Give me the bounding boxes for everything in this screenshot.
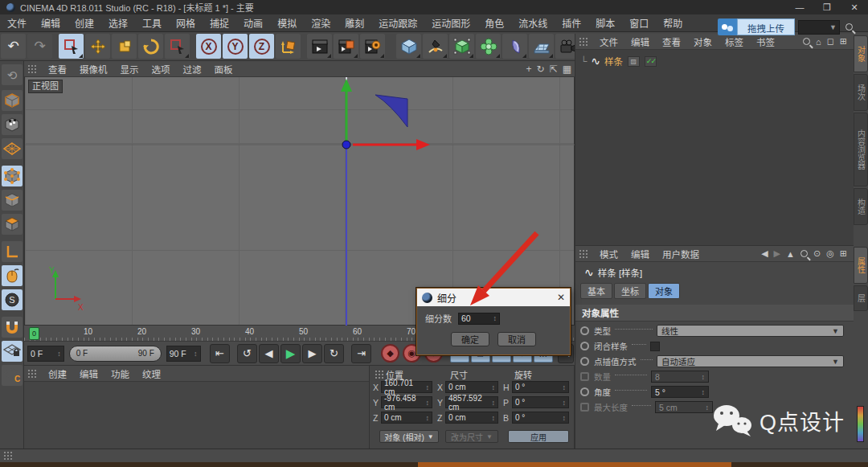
zoom-view-icon[interactable]: ⇱ xyxy=(550,63,558,75)
next-frame-button[interactable]: ▶ xyxy=(302,344,322,363)
minimize-button[interactable]: — xyxy=(786,2,813,13)
workplane-lock-icon[interactable] xyxy=(2,341,23,362)
current-frame-field[interactable]: 0 F↕ xyxy=(27,346,64,362)
material-menu-item-3[interactable]: 纹理 xyxy=(136,366,167,382)
undo-button[interactable]: ↶ xyxy=(1,34,26,59)
redo-button[interactable]: ↷ xyxy=(27,34,52,59)
search-icon[interactable] xyxy=(845,23,853,31)
animation-dot-icon[interactable] xyxy=(580,357,589,366)
viewport-menu-item-1[interactable]: 摄像机 xyxy=(73,61,114,77)
deformer-button[interactable] xyxy=(476,34,501,59)
menu-item-3[interactable]: 选择 xyxy=(101,14,135,32)
menu-item-5[interactable]: 网格 xyxy=(169,14,203,32)
apply-button[interactable]: 应用 xyxy=(508,430,569,443)
pos-x-field[interactable]: 160.701 cm↕ xyxy=(381,381,432,393)
coordinate-system-button[interactable] xyxy=(276,34,301,59)
om-grip[interactable] xyxy=(579,37,588,47)
material-menu-item-1[interactable]: 编辑 xyxy=(73,366,104,382)
add-primitive-cube-button[interactable] xyxy=(396,34,421,59)
render-picture-viewer-button[interactable] xyxy=(334,34,358,59)
camera-button[interactable] xyxy=(555,34,575,59)
menu-item-9[interactable]: 渲染 xyxy=(304,14,338,32)
timeline-playhead[interactable]: 0 xyxy=(29,327,39,340)
am-grip[interactable] xyxy=(579,249,588,259)
pan-view-icon[interactable]: + xyxy=(526,63,532,75)
texture-mode-icon[interactable] xyxy=(2,114,23,135)
enable-tag-icon[interactable]: ✓✓ xyxy=(645,56,657,67)
rot-b-field[interactable]: 0 °↕ xyxy=(512,412,569,424)
om-filter-icon[interactable]: ◻ xyxy=(827,36,834,47)
size-y-field[interactable]: 4857.592 cm↕ xyxy=(445,396,498,408)
previous-frame-button[interactable]: ◀ xyxy=(259,344,279,363)
menu-item-18[interactable]: 帮助 xyxy=(656,14,690,32)
am-back-icon[interactable]: ◀ xyxy=(761,248,768,259)
menu-item-13[interactable]: 角色 xyxy=(477,14,511,32)
tab-coordinates[interactable]: 坐标 xyxy=(614,283,646,299)
tab-takes[interactable]: 场次 xyxy=(854,74,868,111)
pos-y-field[interactable]: -976.458 cm↕ xyxy=(381,396,432,408)
menu-item-12[interactable]: 运动图形 xyxy=(424,14,477,32)
snap-icon[interactable]: S xyxy=(2,289,23,310)
object-properties-header[interactable]: 对象属性 xyxy=(575,305,854,322)
close-button[interactable]: ✕ xyxy=(841,2,868,13)
coord-mode-dropdown[interactable]: 对象 (相对)▼ xyxy=(379,430,439,443)
lock-z-axis-button[interactable]: Z xyxy=(249,34,274,59)
play-button[interactable]: ▶ xyxy=(280,344,301,363)
status-grip[interactable] xyxy=(3,451,13,461)
toggle-view-icon[interactable]: ▦ xyxy=(563,63,571,75)
floor-environment-button[interactable] xyxy=(529,34,554,59)
visibility-tag-icon[interactable]: ▨ xyxy=(628,56,640,67)
material-grip[interactable] xyxy=(27,369,37,379)
tab-attributes[interactable]: 属性 xyxy=(854,247,868,284)
am-menu-item-2[interactable]: 用户数据 xyxy=(656,246,706,262)
tab-objects[interactable]: 对象 xyxy=(854,35,868,72)
rot-p-field[interactable]: 0 °↕ xyxy=(512,396,569,408)
menu-item-4[interactable]: 工具 xyxy=(135,14,169,32)
viewport-grip[interactable] xyxy=(27,64,37,74)
om-menu-item-1[interactable]: 编辑 xyxy=(624,34,656,50)
move-tool[interactable] xyxy=(85,34,110,59)
om-home-icon[interactable]: ⌂ xyxy=(816,37,821,47)
menu-item-14[interactable]: 流水线 xyxy=(511,14,555,32)
loop-button[interactable]: ↻ xyxy=(324,344,344,363)
am-target-icon[interactable]: ◎ xyxy=(826,248,834,259)
tab-basic[interactable]: 基本 xyxy=(580,283,612,299)
end-frame-field[interactable]: 90 F↕ xyxy=(166,346,201,362)
goto-start-button[interactable]: ⇤ xyxy=(210,344,230,363)
object-name[interactable]: 样条 xyxy=(604,55,623,68)
render-settings-button[interactable] xyxy=(360,34,385,59)
lock-x-axis-button[interactable]: X xyxy=(196,34,221,59)
maximize-button[interactable]: ❒ xyxy=(813,2,841,13)
workplane-align-icon[interactable]: C xyxy=(2,365,23,386)
menu-item-1[interactable]: 编辑 xyxy=(34,14,68,32)
viewport-menu-item-0[interactable]: 查看 xyxy=(42,61,73,77)
om-panel-icon[interactable]: ⊞ xyxy=(840,36,847,47)
menu-item-2[interactable]: 创建 xyxy=(68,14,101,32)
polygons-mode-icon[interactable] xyxy=(2,214,23,235)
am-up-icon[interactable]: ▲ xyxy=(786,249,795,259)
tab-structure[interactable]: 构造 xyxy=(854,188,868,225)
edges-mode-icon[interactable] xyxy=(2,190,23,211)
dialog-close-button[interactable]: ✕ xyxy=(557,292,565,303)
size-x-field[interactable]: 0 cm↕ xyxy=(445,381,498,393)
menu-item-17[interactable]: 窗口 xyxy=(622,14,656,32)
am-search-icon[interactable] xyxy=(800,250,808,257)
tab-content-browser[interactable]: 内容浏览器 xyxy=(854,113,868,186)
tab-layers[interactable]: 层 xyxy=(854,285,868,311)
material-menu-item-0[interactable]: 创建 xyxy=(42,366,73,382)
magnet-icon[interactable] xyxy=(2,317,23,338)
record-keyframe-button[interactable]: ◆ xyxy=(381,344,399,363)
cancel-button[interactable]: 取消 xyxy=(497,332,536,346)
menu-item-6[interactable]: 捕捉 xyxy=(203,14,236,32)
material-menu-item-2[interactable]: 功能 xyxy=(104,366,136,382)
play-backwards-button[interactable]: ↺ xyxy=(237,344,257,363)
menu-item-8[interactable]: 模拟 xyxy=(270,14,304,32)
ok-button[interactable]: 确定 xyxy=(451,332,489,346)
upload-plugin-icon[interactable] xyxy=(718,18,737,35)
am-menu-item-1[interactable]: 编辑 xyxy=(624,246,656,262)
om-menu-item-5[interactable]: 书签 xyxy=(750,34,781,50)
animation-dot-icon[interactable] xyxy=(580,387,589,396)
om-menu-item-3[interactable]: 对象 xyxy=(687,34,719,50)
rotate-view-icon[interactable]: ↻ xyxy=(537,63,545,75)
animation-dot-icon[interactable] xyxy=(580,326,589,335)
